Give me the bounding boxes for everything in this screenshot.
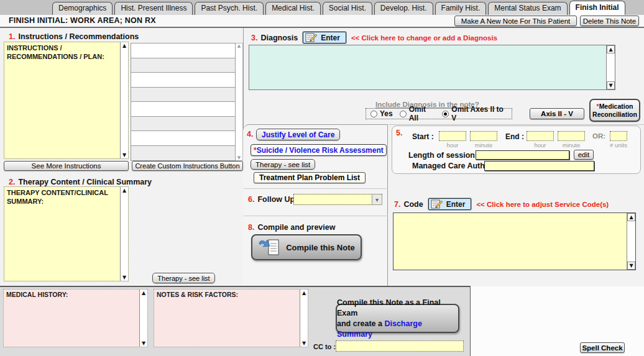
code-textarea[interactable]: ▲ ▼ <box>393 212 636 270</box>
final-exam-line2-prefix: and create a <box>337 319 384 328</box>
therapy-content-scrollbar[interactable]: ▲ ▼ <box>120 187 128 281</box>
radio-yes[interactable] <box>370 111 377 117</box>
scroll-up-icon[interactable]: ▲ <box>237 43 241 48</box>
scroll-down-icon[interactable]: ▼ <box>627 262 635 270</box>
medical-history-scrollbar[interactable]: ▲ ▼ <box>139 290 147 347</box>
see-more-instructions-button[interactable]: See More Instructions <box>4 161 129 171</box>
cc-to-label: CC to : <box>313 343 336 350</box>
tab-family-hist[interactable]: Family Hist. <box>435 2 487 15</box>
scroll-up-icon[interactable]: ▲ <box>142 290 145 296</box>
spell-check-button[interactable]: Spell Check <box>580 342 625 353</box>
tab-finish-initial[interactable]: Finish Initial <box>569 1 625 15</box>
scroll-down-icon[interactable]: ▼ <box>122 152 126 158</box>
instruction-slot[interactable] <box>131 102 235 117</box>
edit-button[interactable]: edit <box>574 150 594 160</box>
tab-develop-hist[interactable]: Develop. Hist. <box>374 2 433 15</box>
medical-history-textarea[interactable]: MEDICAL HISTORY: ▲ ▼ <box>3 289 148 347</box>
compile-this-note-button[interactable]: Compile this Note <box>251 234 362 260</box>
instruction-slot[interactable] <box>131 117 235 132</box>
scroll-up-icon[interactable]: ▲ <box>627 213 635 221</box>
tab-hist-present-illness[interactable]: Hist. Present Illness <box>114 2 193 15</box>
start-minute-label: minute <box>470 142 497 148</box>
code-enter-button[interactable]: Enter <box>428 198 472 210</box>
start-hour-input[interactable] <box>439 131 466 141</box>
instruction-slot[interactable] <box>131 58 235 73</box>
tab-mental-status-exam[interactable]: Mental Status Exam <box>488 2 567 15</box>
code-scrollbar[interactable]: ▲ ▼ <box>627 213 635 270</box>
diagnosis-hint[interactable]: << Click here to change or add a Diagnos… <box>351 34 497 42</box>
length-of-session-input[interactable] <box>476 150 569 160</box>
scroll-down-icon[interactable]: ▼ <box>607 81 615 89</box>
end-minute-input[interactable] <box>558 131 585 141</box>
medrec-line1: Medication <box>599 103 633 110</box>
section6-heading: 6. Follow Up <box>248 195 295 204</box>
section7-label: Code <box>403 200 423 209</box>
scroll-up-icon[interactable]: ▲ <box>122 42 126 49</box>
managed-care-auth-label: Managed Care Auth # <box>412 162 491 170</box>
scroll-down-icon[interactable]: ▼ <box>122 274 126 281</box>
diagnosis-textarea[interactable]: ▲ ▼ <box>249 45 615 90</box>
justify-level-of-care-button[interactable]: Justify Level of Care <box>256 129 340 140</box>
scroll-down-icon[interactable]: ▼ <box>237 155 241 160</box>
section3-title: Diagnosis <box>260 34 298 42</box>
radio-omit-all-option[interactable]: Omit All <box>400 105 436 122</box>
end-hour-input[interactable] <box>527 131 554 141</box>
instructions-scrollbar[interactable]: ▲ ▼ <box>120 42 128 158</box>
chevron-down-icon[interactable]: ▾ <box>372 194 382 204</box>
scroll-down-icon[interactable]: ▼ <box>302 340 306 347</box>
make-new-note-button[interactable]: Make A New Note For This Patient <box>454 16 577 26</box>
radio-omit-axes-option[interactable]: Omit Axes II to V <box>442 105 507 122</box>
radio-omit-all-label: Omit All <box>409 105 436 122</box>
right-panel-top-line <box>389 124 644 125</box>
therapy-content-textarea[interactable]: THERAPY CONTENT/CLINICAL SUMMARY: ▲ ▼ <box>4 186 129 281</box>
treatment-plan-problem-list-button[interactable]: Treatment Plan Problem List <box>254 172 366 183</box>
scroll-up-icon[interactable]: ▲ <box>122 187 126 194</box>
tab-demographics[interactable]: Demographics <box>52 2 113 15</box>
tab-social-hist[interactable]: Social Hist. <box>323 2 372 15</box>
start-label: Start : <box>412 132 434 141</box>
notepad-pencil-icon <box>431 199 443 209</box>
start-minute-input[interactable] <box>470 131 497 141</box>
create-custom-instructions-button[interactable]: Create Custom Instructions Button <box>132 161 243 171</box>
compile-final-exam-button[interactable]: Compile this Note as a Final Exam and cr… <box>336 304 459 333</box>
notes-risk-factors-textarea[interactable]: NOTES & RISK FACTORS: ▲ ▼ <box>154 289 308 347</box>
axis-ii-v-button[interactable]: Axis II - V <box>530 108 584 119</box>
therapy-see-list-button-left[interactable]: Therapy - see list <box>152 273 215 283</box>
section3-heading-row: 3. Diagnosis Enter << Click here to chan… <box>251 32 497 43</box>
units-input[interactable] <box>610 131 627 141</box>
instruction-slot[interactable] <box>131 43 235 58</box>
managed-care-auth-input[interactable] <box>484 161 594 171</box>
delete-note-button[interactable]: Delete This Note <box>580 16 639 26</box>
radio-omit-axes[interactable] <box>442 111 449 117</box>
section1-title: Instructions / Recommendations <box>18 32 139 41</box>
follow-up-dropdown[interactable]: ▾ <box>293 194 382 205</box>
radio-yes-option[interactable]: Yes <box>370 109 393 118</box>
notes-risk-scrollbar[interactable]: ▲ ▼ <box>300 290 308 347</box>
scroll-up-icon[interactable]: ▲ <box>302 290 306 296</box>
notes-risk-factors-label: NOTES & RISK FACTORS: <box>154 290 308 301</box>
code-hint[interactable]: << Click here to adjust Service Code(s) <box>476 201 609 208</box>
diagnosis-enter-button[interactable]: Enter <box>303 32 346 43</box>
suicide-risk-assessment-button[interactable]: *Suicide / Violence Risk Assessment <box>251 144 387 156</box>
instruction-slot[interactable] <box>131 88 235 103</box>
therapy-see-list-button-mid[interactable]: Therapy - see list <box>251 159 315 170</box>
instruction-slot[interactable] <box>131 73 235 88</box>
scroll-up-icon[interactable]: ▲ <box>607 45 615 53</box>
section7-number: 7. <box>394 200 400 209</box>
instruction-slot[interactable] <box>131 131 235 146</box>
end-minute-label: minute <box>558 142 585 148</box>
instruction-slot[interactable] <box>131 146 235 161</box>
tab-past-psych-hist[interactable]: Past Psych. Hist. <box>195 2 264 15</box>
cc-to-input[interactable] <box>336 340 464 352</box>
instruction-list-scrollbar[interactable]: ▲ ▼ <box>236 43 243 161</box>
tab-medical-hist[interactable]: Medical Hist. <box>265 2 321 15</box>
section6-label: Follow Up <box>257 195 295 204</box>
radio-omit-all[interactable] <box>400 111 407 117</box>
follow-up-value <box>294 194 372 204</box>
diagnosis-scrollbar[interactable]: ▲ ▼ <box>606 45 615 89</box>
end-label: End : <box>505 132 524 141</box>
instructions-textarea[interactable]: INSTRUCTIONS / RECOMMENDATIONS / PLAN: ▲… <box>4 42 129 159</box>
scroll-down-icon[interactable]: ▼ <box>142 340 145 347</box>
section2-number: 2. <box>9 178 15 186</box>
medication-reconciliation-button[interactable]: *Medication Reconciliation <box>589 99 640 122</box>
